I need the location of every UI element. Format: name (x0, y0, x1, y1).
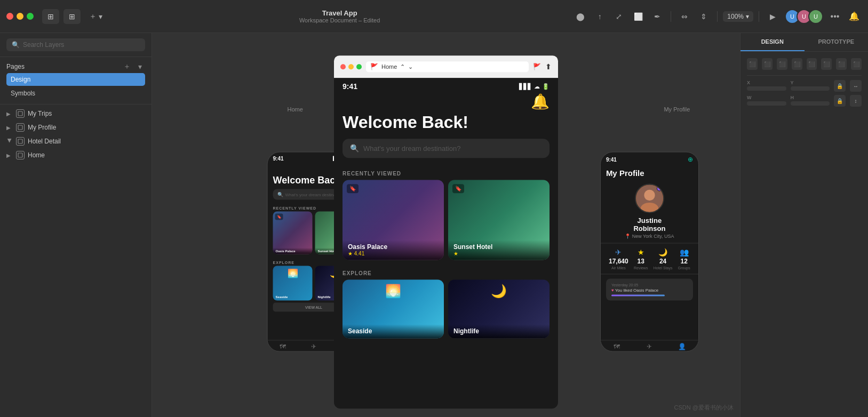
profile-avatar-wrap (601, 180, 698, 215)
nightlife-overlay: Nightlife (448, 324, 550, 338)
moon-icon: 🌙 (491, 284, 507, 299)
chrome-close[interactable] (340, 64, 346, 69)
main-search-field[interactable]: 🔍 What's your dream destination? (343, 139, 550, 158)
profile-plane-icon: ✈ (647, 343, 652, 350)
distribute-h-button[interactable]: ⬛ (836, 58, 847, 70)
svg-point-5 (644, 190, 655, 201)
bookmark-icon-oasis: 🔖 (347, 184, 359, 193)
scale-tool[interactable]: ⤢ (611, 9, 627, 24)
pen-tool[interactable]: ✒ (649, 9, 665, 24)
lock-aspect-button[interactable]: 🔒 (834, 95, 846, 107)
align-top-button[interactable]: ⬛ (792, 58, 802, 70)
search-input[interactable] (23, 41, 140, 49)
panel-separator-1 (747, 75, 862, 76)
pages-actions: ＋ ▾ (122, 61, 145, 72)
seaside-card[interactable]: 🌅 Seaside (343, 279, 444, 338)
x-field-value[interactable] (747, 86, 786, 91)
main-search-icon: 🔍 (350, 144, 359, 153)
pages-expand-button[interactable]: ▾ (134, 61, 145, 72)
add-page-button[interactable]: ＋ (122, 61, 132, 72)
page-design[interactable]: Design (6, 73, 145, 86)
zoom-control[interactable]: 100% ▾ (723, 11, 753, 22)
profile-status-dot (657, 186, 662, 191)
left-sidebar: 🔍 Pages ＋ ▾ Design Symbols ▶ (0, 33, 152, 417)
w-field: W (747, 95, 786, 107)
window-toggle-button[interactable]: ⊞ (42, 9, 59, 24)
flip-v-tool[interactable]: ⇕ (696, 9, 712, 24)
layer-home[interactable]: ▶ Home (0, 148, 152, 162)
chevron-right-icon-3: ▶ (6, 153, 13, 158)
maximize-button[interactable] (27, 13, 34, 20)
frame-tool[interactable]: ⬜ (630, 9, 646, 24)
chrome-minimize[interactable] (348, 64, 354, 69)
flip-button[interactable]: ↔ (850, 80, 862, 92)
zoom-value: 100% (727, 13, 744, 20)
nightlife-card[interactable]: 🌙 Nightlife (448, 279, 550, 338)
small-nav-map[interactable]: 🗺 (268, 343, 299, 350)
distribute-v-button[interactable]: ⬛ (851, 58, 862, 70)
hand-tool[interactable]: ⬤ (572, 9, 588, 24)
page-symbols[interactable]: Symbols (6, 87, 145, 100)
frame-icon-trips (16, 109, 25, 118)
w-field-label: W (747, 95, 786, 100)
avatar-3: U (808, 9, 823, 24)
profile-time: 9:41 (606, 156, 617, 162)
layer-hotel-detail[interactable]: ▶ Hotel Detail (0, 134, 152, 148)
hotel-stays-value: 24 (659, 258, 666, 265)
chrome-maximize[interactable] (356, 64, 362, 69)
profile-location: 📍 New York City, USA (601, 234, 698, 243)
profile-name: JustineRobinson (601, 215, 698, 234)
align-center-h-button[interactable]: ⬛ (762, 58, 773, 70)
align-right-button[interactable]: ⬛ (777, 58, 787, 70)
layer-my-trips[interactable]: ▶ My Trips (0, 107, 152, 121)
add-button[interactable]: ＋ ▾ (85, 10, 107, 23)
small-card-overlay-1: Oasis Palace (273, 248, 313, 254)
groups-stat: 👥 12 Groups (678, 248, 690, 270)
flip-h-tool[interactable]: ⇔ (676, 9, 692, 24)
activity-card: Yesterday 20:05 ♥ You liked Oasis Palace (606, 279, 693, 301)
canvas-inner: Home My Profile 9:41 ▋▋▋ ☁ 🔋 🔔 Welcome B… (152, 33, 740, 417)
layer-my-trips-label: My Trips (28, 110, 52, 117)
reviews-label: Reviews (634, 266, 648, 270)
sunset-hotel-card[interactable]: 🔖 Sunset Hotel ★ (448, 180, 550, 260)
svg-rect-3 (18, 153, 22, 157)
share-icon[interactable]: ⬆ (545, 62, 552, 71)
avatar-group: U U U (785, 9, 823, 24)
y-field-value[interactable] (791, 86, 830, 91)
notification-button[interactable]: 🔔 (847, 9, 862, 24)
lock-ratio-button[interactable]: 🔒 (834, 80, 846, 92)
small-nav-plane[interactable]: ✈ (298, 343, 329, 350)
chrome-address-bar[interactable]: 🚩 Home ⌃ ⌄ (366, 61, 529, 72)
frame-icon-hotel (16, 137, 25, 146)
tab-prototype[interactable]: PROTOTYPE (805, 33, 869, 51)
align-bottom-button[interactable]: ⬛ (821, 58, 832, 70)
profile-nav-user[interactable]: 👤 (666, 343, 698, 350)
tab-design[interactable]: DESIGN (740, 33, 805, 51)
close-button[interactable] (6, 13, 13, 20)
play-button[interactable]: ▶ (765, 9, 781, 24)
minimize-button[interactable] (17, 13, 23, 20)
profile-nav-map[interactable]: 🗺 (601, 343, 633, 350)
grid-view-button[interactable]: ⊞ (63, 9, 81, 24)
air-miles-value: 17,640 (609, 258, 628, 265)
xy-fields: X Y 🔒 ↔ (747, 80, 862, 92)
small-explore-label-1: Seaside (276, 295, 288, 299)
w-field-value[interactable] (747, 101, 786, 106)
frame-icon-home (16, 151, 25, 159)
main-layout: 🔍 Pages ＋ ▾ Design Symbols ▶ (0, 33, 868, 417)
layer-my-profile[interactable]: ▶ My Profile (0, 121, 152, 134)
move-tool[interactable]: ↑ (592, 9, 608, 24)
align-center-v-button[interactable]: ⬛ (807, 58, 817, 70)
profile-nav-plane[interactable]: ✈ (633, 343, 666, 350)
explore-label: EXPLORE (334, 266, 558, 279)
align-left-button[interactable]: ⬛ (747, 58, 758, 70)
svg-rect-0 (18, 111, 22, 116)
more-options-button[interactable]: ••• (827, 9, 842, 24)
wh-fields: W H 🔒 ↕ (747, 95, 862, 107)
search-input-wrap[interactable]: 🔍 (6, 38, 145, 51)
oasis-palace-card[interactable]: 🔖 Oasis Palace ★ 4.41 (343, 180, 444, 260)
constrain-button[interactable]: ↕ (850, 95, 862, 107)
small-oasis-title: Oasis Palace (276, 250, 310, 253)
h-field-value[interactable] (791, 101, 830, 106)
separator3 (759, 11, 759, 22)
